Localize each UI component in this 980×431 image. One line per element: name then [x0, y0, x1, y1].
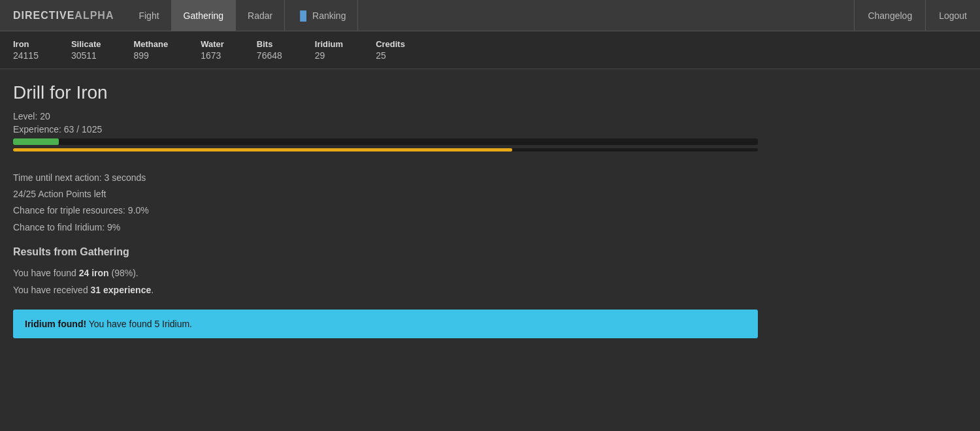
iridium-banner-text: You have found 5 Iridium.	[86, 319, 192, 329]
action-progress-bg	[13, 148, 758, 152]
resource-water-label: Water	[201, 39, 224, 49]
iridium-banner: Iridium found! You have found 5 Iridium.	[13, 310, 758, 338]
resource-silicate-value: 30511	[71, 50, 101, 61]
brand-alpha: Alpha	[74, 10, 114, 21]
action-points: 24/25 Action Points left	[13, 186, 967, 202]
exp-progress-bg	[13, 138, 758, 145]
ranking-label: Ranking	[312, 10, 346, 21]
exp-progress-fill	[13, 138, 59, 145]
resource-credits-value: 25	[376, 50, 405, 61]
results-block: You have found 24 iron (98%). You have r…	[13, 264, 967, 299]
brand-logo: DirectiveAlpha	[0, 10, 127, 22]
changelog-label: Changelog	[868, 10, 912, 21]
resource-methane-label: Methane	[133, 39, 168, 49]
nav-links: Fight Gathering Radar ▐▌ Ranking	[127, 0, 358, 31]
resource-iron-label: Iron	[13, 39, 39, 49]
found-label: You have found	[13, 268, 79, 278]
page-title: Drill for Iron	[13, 82, 967, 103]
navbar: DirectiveAlpha Fight Gathering Radar ▐▌ …	[0, 0, 980, 31]
resource-water-value: 1673	[201, 50, 224, 61]
ranking-bar-icon: ▐▌	[297, 10, 310, 21]
level-info: Level: 20	[13, 111, 967, 121]
radar-label: Radar	[248, 10, 272, 21]
resource-water: Water 1673	[201, 39, 224, 61]
resources-bar: Iron 24115 Silicate 30511 Methane 899 Wa…	[0, 31, 980, 69]
resource-silicate: Silicate 30511	[71, 39, 101, 61]
progress-container	[13, 138, 758, 152]
info-block: Time until next action: 3 seconds 24/25 …	[13, 170, 967, 236]
resource-iron: Iron 24115	[13, 39, 39, 61]
resource-iridium: Iridium 29	[315, 39, 343, 61]
resource-bits-label: Bits	[257, 39, 282, 49]
fight-label: Fight	[139, 10, 159, 21]
brand-directive: Directive	[13, 10, 74, 21]
received-label: You have received	[13, 285, 91, 295]
found-iron-line: You have found 24 iron (98%).	[13, 264, 967, 282]
resource-methane-value: 899	[133, 50, 168, 61]
received-exp-line: You have received 31 experience.	[13, 281, 967, 299]
iron-amount: 24 iron	[79, 268, 109, 278]
nav-radar[interactable]: Radar	[236, 0, 285, 31]
resource-credits-label: Credits	[376, 39, 405, 49]
resource-credits: Credits 25	[376, 39, 405, 61]
time-until: Time until next action: 3 seconds	[13, 170, 967, 186]
triple-chance: Chance for triple resources: 9.0%	[13, 202, 967, 219]
resource-bits: Bits 76648	[257, 39, 282, 61]
results-title: Results from Gathering	[13, 246, 967, 258]
nav-gathering[interactable]: Gathering	[172, 0, 236, 31]
iron-percent: (98%).	[109, 268, 139, 278]
resource-iron-value: 24115	[13, 50, 39, 61]
iridium-banner-bold: Iridium found!	[25, 319, 86, 329]
iridium-chance: Chance to find Iridium: 9%	[13, 219, 967, 236]
nav-ranking[interactable]: ▐▌ Ranking	[285, 0, 358, 31]
logout-label: Logout	[939, 10, 967, 21]
exp-info: Experience: 63 / 1025	[13, 124, 967, 135]
action-progress-fill	[13, 148, 512, 152]
exp-amount: 31 experience	[91, 285, 152, 295]
gathering-label: Gathering	[184, 10, 223, 21]
logout-link[interactable]: Logout	[925, 0, 980, 31]
resource-methane: Methane 899	[133, 39, 168, 61]
resource-iridium-value: 29	[315, 50, 343, 61]
resource-bits-value: 76648	[257, 50, 282, 61]
changelog-link[interactable]: Changelog	[854, 0, 925, 31]
exp-period: .	[151, 285, 154, 295]
main-content: Drill for Iron Level: 20 Experience: 63 …	[0, 69, 980, 351]
nav-fight[interactable]: Fight	[127, 0, 171, 31]
nav-right: Changelog Logout	[854, 0, 980, 31]
resource-iridium-label: Iridium	[315, 39, 343, 49]
resource-silicate-label: Silicate	[71, 39, 101, 49]
